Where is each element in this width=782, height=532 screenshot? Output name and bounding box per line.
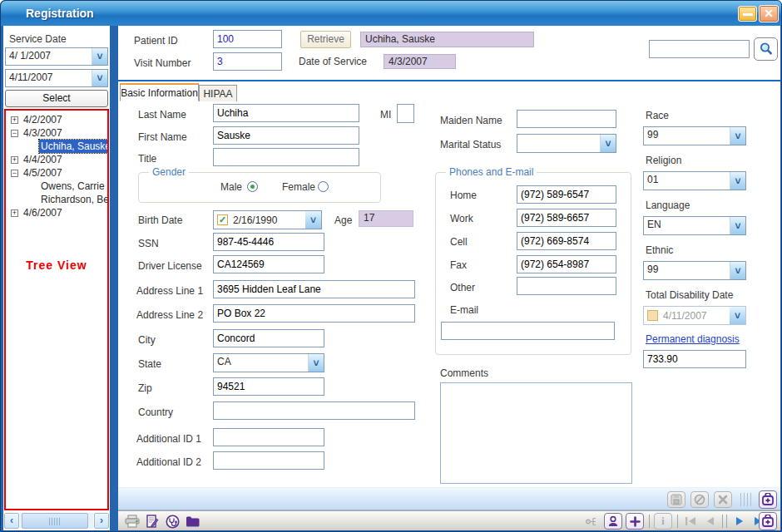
total-disability-date-picker[interactable]: 4/11/2007 ˅ xyxy=(643,306,746,325)
tab-hipaa[interactable]: HIPAA xyxy=(199,85,237,101)
nav-next-button[interactable] xyxy=(731,514,748,529)
tree-item[interactable]: Richardson, Beck xyxy=(6,193,107,206)
delete-button[interactable] xyxy=(714,491,732,508)
ethnic-combobox[interactable]: 99 ˅ xyxy=(643,261,746,280)
expand-icon[interactable]: + xyxy=(11,116,18,124)
close-button[interactable]: ✕ xyxy=(759,5,779,22)
language-combobox[interactable]: EN ˅ xyxy=(643,216,746,235)
nav-prev-button[interactable] xyxy=(702,514,719,529)
expand-icon[interactable]: + xyxy=(11,209,18,217)
chevron-down-icon[interactable]: ˅ xyxy=(730,262,745,279)
address-line1-input[interactable] xyxy=(213,280,415,298)
service-date-from-combobox[interactable]: 4/ 1/2007 ˅ xyxy=(5,47,108,66)
address-line2-input[interactable] xyxy=(213,304,415,323)
minimize-button[interactable] xyxy=(738,6,757,22)
male-radio[interactable] xyxy=(247,181,258,192)
race-combobox[interactable]: 99 ˅ xyxy=(643,126,746,145)
maiden-name-input[interactable] xyxy=(517,110,616,128)
chevron-down-icon[interactable]: ˅ xyxy=(308,354,324,372)
medical-add-button[interactable] xyxy=(759,512,777,530)
sidebar-horizontal-scrollbar[interactable]: ‹ › xyxy=(4,513,109,529)
tree-item[interactable]: +4/4/2007 xyxy=(6,153,107,166)
chevron-down-icon[interactable]: ˅ xyxy=(730,307,745,324)
calendar-check-icon[interactable] xyxy=(647,310,658,321)
collapse-icon[interactable]: − xyxy=(11,130,18,137)
cancel-button[interactable] xyxy=(690,491,709,508)
save-button[interactable] xyxy=(667,491,685,508)
hierarchy-button[interactable] xyxy=(582,514,601,530)
add-visit-button[interactable] xyxy=(626,513,644,530)
tree-item[interactable]: +4/6/2007 xyxy=(6,206,107,219)
select-button[interactable]: Select xyxy=(5,90,108,107)
comments-textarea[interactable] xyxy=(440,382,632,484)
cell-phone-input[interactable] xyxy=(517,232,616,250)
fax-input[interactable] xyxy=(517,255,616,273)
info-button[interactable]: i xyxy=(654,513,672,530)
collapse-icon[interactable]: − xyxy=(11,170,18,177)
window-title: Registration xyxy=(26,7,94,20)
title-input[interactable] xyxy=(213,148,359,166)
tree-item[interactable]: −4/3/2007 xyxy=(6,126,107,140)
clinical-button[interactable] xyxy=(164,514,181,529)
driver-license-input[interactable] xyxy=(213,255,324,273)
birth-date-picker[interactable]: ✓ 2/16/1990 ˅ xyxy=(213,210,322,229)
search-button[interactable] xyxy=(754,37,778,61)
first-name-input[interactable] xyxy=(213,126,359,145)
email-input[interactable] xyxy=(441,322,615,340)
chevron-down-icon[interactable]: ˅ xyxy=(730,217,745,234)
search-input[interactable] xyxy=(649,40,750,58)
last-name-input[interactable] xyxy=(213,104,359,122)
documents-button[interactable] xyxy=(184,514,200,529)
male-label: Male xyxy=(220,181,242,193)
work-phone-input[interactable] xyxy=(517,209,616,227)
religion-combobox[interactable]: 01 ˅ xyxy=(643,171,746,190)
ssn-input[interactable] xyxy=(213,233,324,251)
home-phone-input[interactable] xyxy=(517,185,616,204)
stethoscope-icon xyxy=(166,515,180,529)
chevron-down-icon[interactable]: ˅ xyxy=(305,211,321,229)
patient-id-input[interactable] xyxy=(213,30,282,48)
country-input[interactable] xyxy=(213,401,415,420)
medical-add-button[interactable] xyxy=(759,490,777,509)
patient-name-display: Uchiha, Sauske xyxy=(360,32,534,47)
tree-item[interactable]: +4/2/2007 xyxy=(6,113,107,126)
divider xyxy=(118,80,780,81)
permanent-diagnosis-link[interactable]: Permanent diagnosis xyxy=(646,333,740,345)
additional-id2-input[interactable] xyxy=(213,451,324,470)
tab-basic-information[interactable]: Basic Information xyxy=(120,83,199,101)
scroll-left-icon[interactable]: ‹ xyxy=(4,513,19,529)
title-label: Title xyxy=(138,153,156,165)
mi-input[interactable] xyxy=(397,104,414,123)
diagnosis-code-input[interactable] xyxy=(643,350,746,368)
tree-item[interactable]: Uchiha, Sauske xyxy=(6,140,107,153)
chevron-down-icon[interactable]: ˅ xyxy=(730,172,745,190)
scrollbar-thumb[interactable] xyxy=(22,513,88,529)
scrollbar-track[interactable] xyxy=(20,513,93,529)
tree-item[interactable]: −4/5/2007 xyxy=(6,166,107,180)
calendar-check-icon[interactable]: ✓ xyxy=(217,214,228,225)
service-date-to-combobox[interactable]: 4/11/2007 ˅ xyxy=(5,69,108,87)
marital-status-combobox[interactable]: ˅ xyxy=(517,134,616,153)
edit-notes-button[interactable] xyxy=(144,514,161,529)
retrieve-button[interactable]: Retrieve xyxy=(300,31,351,48)
expand-icon[interactable]: + xyxy=(11,156,18,164)
patient-button[interactable] xyxy=(604,513,622,530)
chevron-down-icon[interactable]: ˅ xyxy=(600,135,616,152)
tree-item[interactable]: Owens, Carrie xyxy=(6,180,107,193)
city-input[interactable] xyxy=(213,329,324,347)
scroll-right-icon[interactable]: › xyxy=(94,513,109,529)
chevron-down-icon[interactable]: ˅ xyxy=(92,70,107,86)
additional-id1-input[interactable] xyxy=(213,428,324,446)
nav-first-button[interactable] xyxy=(682,514,699,529)
state-combobox[interactable]: CA ˅ xyxy=(213,353,324,372)
female-label: Female xyxy=(282,181,315,193)
chevron-down-icon[interactable]: ˅ xyxy=(730,127,745,145)
divider xyxy=(722,515,723,528)
visit-number-input[interactable] xyxy=(213,52,282,71)
chevron-down-icon[interactable]: ˅ xyxy=(92,48,107,65)
female-radio[interactable] xyxy=(318,181,329,192)
zip-input[interactable] xyxy=(213,377,324,396)
other-phone-input[interactable] xyxy=(517,277,616,295)
print-button[interactable] xyxy=(124,514,141,529)
service-date-to-value: 4/11/2007 xyxy=(6,70,92,86)
